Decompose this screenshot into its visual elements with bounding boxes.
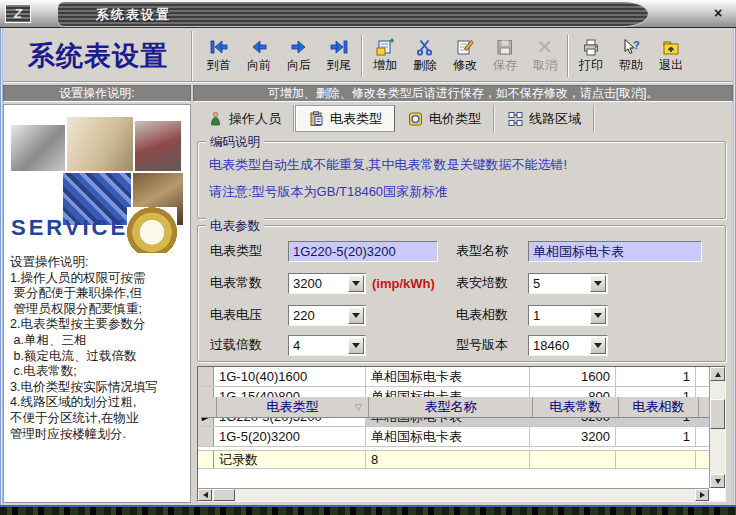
params-groupbox-title: 电表参数: [206, 218, 264, 235]
app-logo-icon: Z: [5, 4, 31, 23]
chevron-down-icon[interactable]: [590, 337, 606, 354]
save-icon: [494, 38, 516, 56]
go-next-icon: [288, 38, 310, 56]
go-previous-button[interactable]: 向前: [239, 31, 279, 81]
page-title-box: 系统表设置: [5, 31, 193, 81]
tab-meter-type[interactable]: 电表类型: [295, 105, 395, 132]
encoding-note-2: 请注意:型号版本为GB/T18460国家新标准: [209, 183, 448, 201]
exit-icon: [660, 38, 682, 56]
photo-pen: [67, 117, 133, 171]
person-icon: [207, 111, 224, 127]
help-button[interactable]: ? 帮助: [611, 31, 651, 81]
chevron-down-icon[interactable]: [590, 307, 606, 324]
exit-button[interactable]: 退出: [651, 31, 691, 81]
overload-combobox[interactable]: 4: [288, 335, 366, 356]
scroll-right-button[interactable]: [695, 489, 709, 501]
sidebar-caption-bar: 设置操作说明:: [3, 85, 191, 102]
amperage-label: 表安培数: [456, 274, 528, 292]
column-header-model-name[interactable]: 表型名称: [369, 397, 533, 417]
instructions-text: 设置操作说明: 1.操作人员的权限可按需 要分配便于兼职操作,但 管理员权限分配…: [10, 255, 189, 442]
window-title: 系统表设置: [96, 6, 171, 24]
service-label: SERVICE: [11, 215, 128, 241]
constant-combobox[interactable]: 3200: [288, 273, 366, 294]
table-body: 电表类型 ▽ 表型名称 电表常数 电表相数 1G-10(40)1600 单相国标…: [198, 367, 709, 488]
cancel-button: 取消: [525, 31, 565, 81]
tab-line-area[interactable]: 线路区域: [495, 105, 595, 132]
meter-type-label: 电表类型: [210, 242, 288, 260]
chevron-down-icon[interactable]: [348, 307, 364, 324]
main-panel: 操作人员 电表类型 电价类型 线路区域 编码说明 电表类型自动生成不能重复,其中…: [193, 104, 733, 503]
cancel-icon: [534, 38, 556, 56]
go-last-button[interactable]: 到尾: [319, 31, 359, 81]
edit-record-button[interactable]: 修改: [445, 31, 485, 81]
column-header-filler: [699, 397, 709, 417]
record-count-row: 记录数 8: [198, 451, 709, 469]
encoding-groupbox-title: 编码说明: [206, 134, 264, 151]
params-groupbox: 电表参数 电表类型 1G220-5(20)3200 表型名称 单相国标电卡表 电…: [197, 225, 726, 362]
title-bar: Z 系统表设置 ×: [0, 0, 736, 28]
table-header-row: 电表类型 ▽ 表型名称 电表常数 电表相数: [201, 397, 709, 418]
row-indicator-header: [201, 397, 217, 417]
header-bar: 系统表设置 到首 向前 向后 到尾 增加: [3, 30, 733, 83]
svg-text:?: ?: [633, 39, 640, 51]
meter-type-field[interactable]: 1G220-5(20)3200: [288, 241, 438, 262]
version-combobox[interactable]: 18460: [528, 335, 608, 356]
chevron-down-icon[interactable]: [348, 337, 364, 354]
add-record-button[interactable]: 增加: [365, 31, 405, 81]
photo-pocket-watch: [127, 207, 177, 253]
voltage-label: 电表电压: [210, 306, 288, 324]
table-row[interactable]: 1G-5(20)3200 单相国标电卡表 3200 1: [198, 427, 709, 447]
encoding-note-1: 电表类型自动生成不能重复,其中电表常数是关键数据不能选错!: [209, 156, 567, 174]
sidebar-caption: 设置操作说明:: [59, 85, 134, 102]
scroll-up-button[interactable]: [710, 367, 725, 381]
area-diagram-icon: [507, 111, 524, 127]
tab-operators[interactable]: 操作人员: [195, 105, 295, 132]
table-row[interactable]: 1G-10(40)1600 单相国标电卡表 1600 1: [198, 367, 709, 387]
chevron-down-icon[interactable]: [590, 275, 606, 292]
scroll-down-button[interactable]: [710, 474, 725, 488]
model-name-label: 表型名称: [456, 242, 528, 260]
horizontal-scroll-thumb[interactable]: [213, 489, 235, 501]
add-record-icon: [374, 38, 396, 56]
go-first-icon: [208, 38, 230, 56]
amperage-combobox[interactable]: 5: [528, 273, 608, 294]
go-first-button[interactable]: 到首: [199, 31, 239, 81]
record-count-value: 8: [366, 451, 530, 468]
photo-pens: [135, 121, 181, 171]
toolbar: 到首 向前 向后 到尾 增加 删除: [199, 31, 691, 81]
record-count-label: 记录数: [214, 451, 366, 468]
constant-unit-label: (imp/kWh): [372, 276, 435, 291]
tab-strip: 操作人员 电表类型 电价类型 线路区域: [195, 105, 595, 132]
toolbar-separator: [567, 35, 569, 77]
scroll-left-button[interactable]: [198, 489, 212, 501]
model-name-field[interactable]: 单相国标电卡表: [528, 241, 702, 262]
vertical-scroll-thumb[interactable]: [710, 399, 725, 429]
print-button[interactable]: 打印: [571, 31, 611, 81]
column-header-meter-type[interactable]: 电表类型 ▽: [217, 397, 369, 417]
tab-price-type[interactable]: 电价类型: [395, 105, 495, 132]
delete-record-button[interactable]: 删除: [405, 31, 445, 81]
version-label: 型号版本: [456, 336, 528, 354]
vertical-scrollbar[interactable]: [709, 367, 725, 488]
go-last-icon: [328, 38, 350, 56]
window-bottom-edge: [0, 505, 736, 515]
meter-type-table: 电表类型 ▽ 表型名称 电表常数 电表相数 1G-10(40)1600 单相国标…: [197, 366, 726, 502]
service-collage-image: SERVICE: [11, 111, 183, 253]
notice-bar: 可增加、删除、修改各类型后请进行保存，如不保存修改，请点击[取消]。: [193, 85, 733, 102]
sort-indicator-icon: ▽: [355, 402, 362, 412]
phases-combobox[interactable]: 1: [528, 305, 608, 326]
price-book-icon: [407, 111, 424, 127]
page-title: 系统表设置: [28, 38, 168, 74]
chevron-down-icon[interactable]: [348, 275, 364, 292]
clipboard-icon: [308, 111, 325, 127]
column-header-phases[interactable]: 电表相数: [619, 397, 699, 417]
close-button[interactable]: ×: [708, 4, 728, 23]
go-next-button[interactable]: 向后: [279, 31, 319, 81]
overload-label: 过载倍数: [210, 336, 288, 354]
save-button: 保存: [485, 31, 525, 81]
voltage-combobox[interactable]: 220: [288, 305, 366, 326]
horizontal-scrollbar[interactable]: [198, 488, 709, 501]
column-header-constant[interactable]: 电表常数: [533, 397, 619, 417]
encoding-groupbox: 编码说明 电表类型自动生成不能重复,其中电表常数是关键数据不能选错! 请注意:型…: [197, 141, 726, 219]
toolbar-separator: [361, 35, 363, 77]
